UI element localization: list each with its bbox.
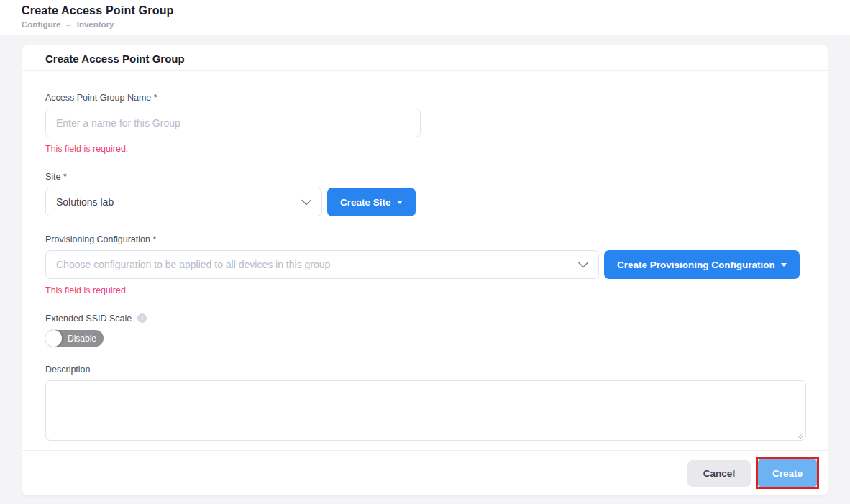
extended-ssid-label: Extended SSID Scale	[45, 313, 132, 324]
group-name-error: This field is required.	[45, 144, 805, 154]
chevron-down-icon	[578, 262, 588, 268]
provisioning-field-group: Provisioning Configuration * Choose conf…	[45, 234, 805, 295]
provisioning-error: This field is required.	[45, 285, 805, 295]
provisioning-label: Provisioning Configuration *	[45, 234, 805, 244]
create-provisioning-configuration-button-label: Create Provisioning Configuration	[617, 260, 775, 270]
annotation-highlight: Create	[756, 457, 819, 489]
create-provisioning-configuration-button[interactable]: Create Provisioning Configuration	[604, 250, 800, 279]
group-name-label: Access Point Group Name *	[45, 93, 805, 103]
create-site-button-label: Create Site	[340, 197, 391, 208]
extended-ssid-field-group: Extended SSID Scale ! Disable	[45, 313, 805, 347]
description-field-group: Description	[45, 365, 805, 444]
breadcrumb-item-configure[interactable]: Configure	[22, 20, 60, 29]
description-label: Description	[45, 365, 805, 375]
breadcrumb-separator: –	[66, 20, 70, 29]
breadcrumb: Configure – Inventory	[22, 20, 850, 29]
site-select[interactable]: Solutions lab	[45, 188, 322, 216]
chevron-down-icon	[301, 199, 311, 206]
card-footer: Cancel Create	[22, 450, 828, 495]
create-site-button[interactable]: Create Site	[327, 188, 416, 216]
toggle-knob	[45, 330, 62, 347]
page-title: Create Access Point Group	[22, 4, 850, 17]
card-header: Create Access Point Group	[22, 45, 828, 71]
provisioning-select[interactable]: Choose configuration to be applied to al…	[45, 250, 599, 279]
description-textarea[interactable]	[45, 380, 806, 441]
top-header-bar: Create Access Point Group Configure – In…	[0, 0, 850, 35]
card-title: Create Access Point Group	[45, 52, 185, 65]
provisioning-select-placeholder: Choose configuration to be applied to al…	[56, 259, 330, 270]
site-field-group: Site * Solutions lab Create Site	[45, 172, 805, 216]
caret-down-icon	[781, 263, 787, 267]
group-name-field-group: Access Point Group Name * This field is …	[45, 93, 805, 154]
cancel-button[interactable]: Cancel	[687, 460, 751, 487]
card-body: Access Point Group Name * This field is …	[22, 71, 828, 444]
group-name-input[interactable]	[45, 109, 421, 137]
caret-down-icon	[397, 201, 403, 204]
create-access-point-group-card: Create Access Point Group Access Point G…	[22, 45, 828, 496]
info-icon[interactable]: !	[137, 313, 147, 323]
site-select-value: Solutions lab	[56, 196, 114, 208]
extended-ssid-toggle[interactable]: Disable	[45, 330, 104, 347]
create-button[interactable]: Create	[758, 459, 817, 487]
site-label: Site *	[45, 172, 805, 182]
toggle-state-label: Disable	[68, 334, 96, 344]
resize-handle-icon[interactable]	[797, 432, 804, 439]
breadcrumb-item-inventory[interactable]: Inventory	[77, 20, 114, 29]
